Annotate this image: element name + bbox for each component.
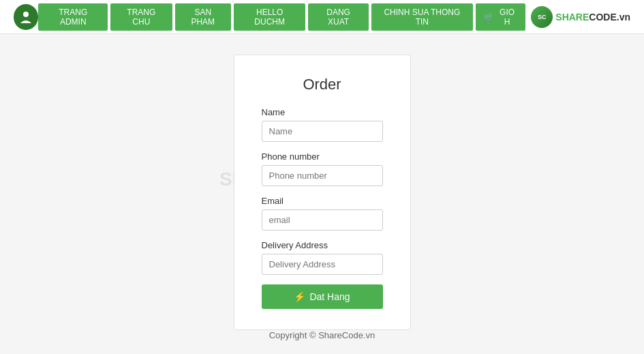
email-label: Email	[262, 196, 383, 206]
submit-button[interactable]: ⚡ Dat Hang	[262, 284, 383, 309]
phone-label: Phone number	[262, 151, 383, 162]
sharecode-logo-text: SHARECODE.vn	[555, 12, 630, 23]
nav-trang-chu[interactable]: TRANG CHU	[110, 3, 172, 31]
nav-chinh-sua[interactable]: CHINH SUA THONG TIN	[371, 3, 473, 31]
nav-dang-xuat[interactable]: DANG XUAT	[308, 3, 368, 31]
navbar: TRANG ADMIN TRANG CHU SAN PHAM Hello duc…	[0, 0, 644, 34]
sharecode-branding: SC SHARECODE.vn	[531, 6, 630, 28]
nav-gio-hang[interactable]: 🛒 GIO H	[476, 3, 525, 31]
email-field-group: Email	[262, 196, 383, 231]
phone-field-group: Phone number	[262, 151, 383, 186]
order-title: Order	[262, 76, 383, 93]
address-input[interactable]	[262, 254, 383, 275]
nav-hello-user[interactable]: Hello duchm	[234, 3, 305, 31]
order-card: Order Name Phone number Email Delivery A…	[234, 55, 411, 330]
nav-san-pham[interactable]: SAN PHAM	[175, 3, 231, 31]
name-label: Name	[262, 107, 383, 117]
address-label: Delivery Address	[262, 240, 383, 250]
phone-input[interactable]	[262, 165, 383, 186]
submit-icon: ⚡	[294, 291, 305, 302]
submit-label: Dat Hang	[309, 291, 350, 302]
name-field-group: Name	[262, 107, 383, 142]
main-content: Order Name Phone number Email Delivery A…	[0, 34, 644, 351]
nav-trang-admin[interactable]: TRANG ADMIN	[38, 3, 108, 31]
svg-point-0	[23, 12, 29, 17]
address-field-group: Delivery Address	[262, 240, 383, 275]
name-input[interactable]	[262, 121, 383, 142]
sharecode-logo-icon: SC	[531, 6, 553, 28]
cart-label: GIO H	[497, 8, 517, 27]
email-input[interactable]	[262, 209, 383, 231]
site-logo	[14, 4, 38, 30]
nav-links: TRANG ADMIN TRANG CHU SAN PHAM Hello duc…	[38, 3, 630, 31]
cart-icon: 🛒	[484, 12, 494, 22]
